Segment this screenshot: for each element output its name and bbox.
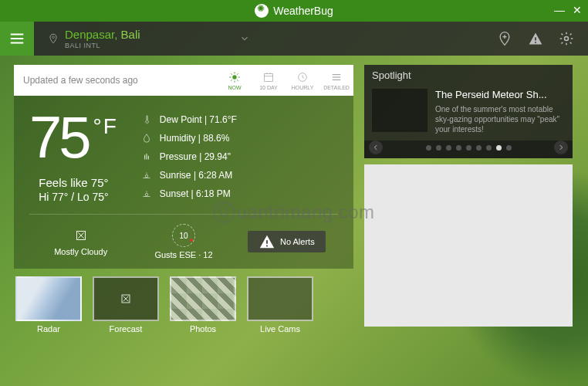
thumb-label: Photos [190,324,216,334]
sun-icon [228,71,241,83]
condition-label: Mostly Cloudy [54,247,107,256]
spotlight-next-button[interactable] [554,141,568,154]
detail-sunset: Sunset | 6:18 PM [141,188,237,199]
pressure-icon [141,151,152,162]
sunset-icon [141,188,152,199]
temp-value: 75 [29,108,89,167]
updated-text: Updated a few seconds ago [23,75,218,86]
clock-icon [296,71,309,83]
alert-triangle-icon[interactable] [528,31,543,46]
temperature-block: 75 °F Feels like 75° Hi 77° / Lo 75° [29,108,118,203]
minimize-button[interactable]: — [554,5,565,15]
thumbnails-row: Radar Forecast Photos Live Cams [14,276,353,334]
svg-rect-1 [535,37,536,40]
detail-sunrise: Sunrise | 6:28 AM [141,170,237,181]
cloud-icon [118,291,133,306]
view-tabs: NOW 10 DAY HOURLY DETAILED [218,68,353,93]
spotlight-thumbnail [372,89,427,132]
calendar-icon [262,71,275,83]
feels-like: Feels like 75° [39,176,108,189]
spotlight-prev-button[interactable] [369,141,383,154]
tab-10day[interactable]: 10 DAY [252,68,286,93]
tab-label: 10 DAY [259,85,278,90]
spotlight-heading: Spotlight [364,65,573,86]
gear-icon[interactable] [559,31,574,46]
spotlight-dot[interactable] [436,145,441,151]
content: Updated a few seconds ago NOW 10 DAY HOU… [0,56,588,343]
tab-detailed[interactable]: DETAILED [319,68,353,93]
thumb-forecast[interactable]: Forecast [91,276,161,334]
svg-rect-11 [266,245,268,247]
thumb-radar[interactable]: Radar [14,276,83,334]
left-column: Updated a few seconds ago NOW 10 DAY HOU… [14,65,353,334]
spotlight-dot[interactable] [456,145,461,151]
location-selector[interactable]: Denpasar, Bali BALI INTL [48,28,497,50]
svg-point-7 [145,174,148,178]
chevron-left-icon [372,144,380,151]
thumb-label: Radar [37,324,60,334]
list-icon [330,71,343,83]
detail-dew-point: Dew Point | 71.6°F [141,114,237,125]
spotlight-panel: Spotlight The Perseid Meteor Sh... One o… [364,65,573,158]
brand: WeatherBug [255,4,333,18]
chevron-right-icon [557,144,565,151]
svg-point-3 [565,37,569,41]
brand-name: WeatherBug [273,5,333,17]
title-bar: WeatherBug — ✕ [0,0,588,22]
alert-triangle-icon [259,233,275,250]
tab-label: DETAILED [323,85,350,90]
svg-rect-10 [266,240,268,244]
thumb-photos[interactable]: Photos [168,276,238,334]
thumb-livecams[interactable]: Live Cams [245,276,315,334]
detail-humidity: Humidity | 88.6% [141,133,237,144]
spotlight-dot[interactable] [506,145,512,151]
alerts-label: No Alerts [280,237,315,246]
tab-bar: Updated a few seconds ago NOW 10 DAY HOU… [14,65,353,96]
spotlight-dot[interactable] [426,145,431,151]
spotlight-dot[interactable] [446,145,451,151]
location-city: Denpasar, [65,28,117,41]
spotlight-desc: One of the summer's most notable sky-gaz… [435,104,565,134]
hi-lo: Hi 77° / Lo 75° [39,191,109,203]
tab-label: HOURLY [292,85,314,90]
status-condition: Mostly Cloudy [29,227,132,256]
location-pin-icon [48,32,59,46]
status-alerts[interactable]: No Alerts [235,231,338,252]
right-column: Spotlight The Perseid Meteor Sh... One o… [364,65,573,334]
add-location-icon[interactable] [497,31,512,46]
tab-label: NOW [228,85,241,90]
spotlight-dot[interactable] [476,145,482,151]
tab-hourly[interactable]: HOURLY [286,68,319,93]
gusts-label: Gusts ESE · 12 [154,250,212,259]
thumb-label: Forecast [110,324,143,334]
spotlight-dot[interactable] [496,145,502,151]
hamburger-icon [8,30,25,47]
spotlight-title: The Perseid Meteor Sh... [435,89,565,102]
photos-thumbnail-image [170,276,236,321]
sunrise-icon [141,170,152,181]
spotlight-nav [364,141,573,158]
location-text: Denpasar, Bali BALI INTL [65,28,140,50]
forecast-thumbnail-image [93,276,159,321]
compass-icon: 10 [172,224,195,247]
spotlight-dot[interactable] [466,145,471,151]
spotlight-text: The Perseid Meteor Sh... One of the summ… [435,89,565,134]
status-row: Mostly Cloudy 10 Gusts ESE · 12 No Alert… [29,214,338,259]
menu-button[interactable] [0,22,34,56]
tab-now[interactable]: NOW [218,68,252,93]
location-subtitle: BALI INTL [65,42,140,50]
radar-thumbnail-image [15,276,82,321]
thumb-label: Live Cams [260,324,300,334]
cloud-icon [73,227,90,244]
nav-bar: Denpasar, Bali BALI INTL [0,22,588,56]
spotlight-dot[interactable] [486,145,492,151]
weatherbug-logo-icon [255,4,269,18]
spotlight-dots [426,145,512,151]
detail-pressure: Pressure | 29.94" [141,151,237,162]
spotlight-body[interactable]: The Perseid Meteor Sh... One of the summ… [364,86,573,141]
status-gusts: 10 Gusts ESE · 12 [132,224,235,259]
svg-rect-5 [265,73,273,81]
droplet-icon [141,133,152,144]
close-button[interactable]: ✕ [573,5,582,15]
svg-point-4 [232,75,236,79]
